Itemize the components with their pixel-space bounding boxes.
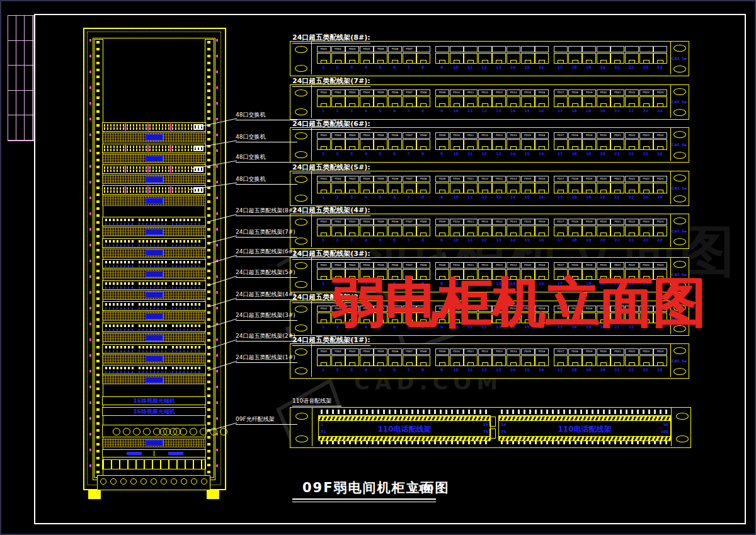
port-label xyxy=(535,46,549,52)
rj45-port-icon xyxy=(331,183,345,193)
vent-hole xyxy=(110,478,117,485)
rj45-port-icon xyxy=(360,355,374,366)
rj45-port-icon xyxy=(568,183,582,193)
port-label: FD14 xyxy=(507,262,520,268)
port-number: 16 xyxy=(534,367,549,372)
panel-dash-row xyxy=(139,367,168,369)
ear-divider xyxy=(311,171,312,204)
group-separator xyxy=(147,124,149,130)
rj45-port-icon xyxy=(345,355,359,366)
rj45-port-icon xyxy=(653,96,667,107)
port-number: 16 xyxy=(534,65,549,69)
rj45-port-icon xyxy=(416,226,430,236)
port-row xyxy=(104,190,124,193)
port-label: FD18 xyxy=(568,262,582,268)
vent-hole xyxy=(201,478,207,485)
title-underline xyxy=(292,498,436,500)
port-number: 6 xyxy=(387,367,402,372)
pair-number: 1 xyxy=(321,423,323,427)
port-number: 9 xyxy=(434,238,449,242)
rj45-port-icon xyxy=(492,183,506,193)
port-label xyxy=(464,46,478,52)
port-number: 3 xyxy=(344,151,359,156)
rj45-port-icon xyxy=(331,226,345,236)
ear-divider xyxy=(311,85,312,118)
manager-tag xyxy=(146,198,163,204)
port-number: 18 xyxy=(567,108,582,113)
rj45-port-icon xyxy=(597,53,610,64)
rj45-port-icon xyxy=(597,139,610,150)
rack-label: 24口超五类配线架(7#) xyxy=(236,228,297,238)
mount-hole xyxy=(295,367,307,374)
pair-number: 76 xyxy=(501,430,506,434)
port-number: 22 xyxy=(624,238,639,242)
port-number: 15 xyxy=(520,65,535,69)
port-number: 21 xyxy=(609,367,624,372)
port-row xyxy=(149,166,169,169)
port-label: FD20 xyxy=(597,132,610,139)
panel-number-row xyxy=(105,244,135,246)
port-label: FD15 xyxy=(521,176,535,182)
rj45-port-icon xyxy=(521,53,535,64)
port-label xyxy=(597,46,610,52)
title-underline xyxy=(292,502,436,502)
port-number: 15 xyxy=(520,151,535,156)
port-number: 1 xyxy=(316,367,331,372)
rack-foot xyxy=(207,490,219,499)
ear-divider xyxy=(311,344,312,377)
group-separator xyxy=(125,145,126,152)
patch-panel-title: 24口超五类配线架(6#): xyxy=(292,119,370,130)
patch-panel-drawing: CAT. 5eFD011FD022FD033FD044FD055FD066FD0… xyxy=(290,84,689,120)
port-label: FD02 xyxy=(331,219,345,225)
port-number: 1 xyxy=(316,281,331,285)
ear-divider xyxy=(311,301,312,334)
port-number: 8 xyxy=(415,65,430,69)
port-label: FD13 xyxy=(492,219,506,225)
port-number: 1 xyxy=(316,108,331,113)
port-number: 5 xyxy=(372,195,387,199)
port-label: FD01 xyxy=(317,219,331,225)
port-label: FD05 xyxy=(374,176,387,182)
port-number: 3 xyxy=(344,367,359,372)
port-number: 18 xyxy=(567,65,582,69)
port-number: 13 xyxy=(491,108,506,113)
port-number: 3 xyxy=(344,195,359,199)
port-row xyxy=(172,166,192,169)
rj45-port-icon xyxy=(521,96,535,107)
port-label: FD06 xyxy=(388,46,402,52)
rj45-port-icon xyxy=(450,139,464,150)
port-label: FD17 xyxy=(554,132,568,139)
voice-panel-header: 110语音配线架 xyxy=(292,397,341,406)
port-label: FD18 xyxy=(568,348,582,355)
port-label: FD18 xyxy=(568,89,582,96)
mount-hole xyxy=(673,109,686,116)
manager-tag xyxy=(146,229,163,235)
group-separator xyxy=(147,166,149,173)
rj45-port-icon xyxy=(568,355,582,366)
port-label: FD21 xyxy=(610,219,624,225)
port-label: FD11 xyxy=(464,132,478,139)
port-number: 12 xyxy=(477,367,492,372)
rack-label: 24口超五类配线架(3#) xyxy=(236,311,297,321)
port-label: FD15 xyxy=(521,89,535,96)
port-number: 6 xyxy=(387,195,402,199)
port-label: FD03 xyxy=(345,219,359,225)
port-label: FD04 xyxy=(360,262,374,268)
cat5e-tag: CAT. 5e xyxy=(670,100,689,104)
port-number: 14 xyxy=(505,151,520,156)
panel-number-row xyxy=(172,244,202,246)
port-number: 16 xyxy=(534,195,549,199)
rj45-port-icon xyxy=(610,226,624,236)
group-separator xyxy=(170,145,171,152)
port-label: FD13 xyxy=(492,262,506,268)
port-label: FD08 xyxy=(416,176,430,182)
port-number: 12 xyxy=(477,151,492,156)
port-number: 23 xyxy=(638,151,653,156)
port-label xyxy=(521,46,535,52)
manager-tag xyxy=(146,335,163,341)
port-label: FD10 xyxy=(450,89,464,96)
port-label: FD16 xyxy=(535,219,549,225)
panel-dash-row xyxy=(105,325,135,327)
manager-tag xyxy=(146,134,163,141)
port-label: FD02 xyxy=(331,132,345,139)
